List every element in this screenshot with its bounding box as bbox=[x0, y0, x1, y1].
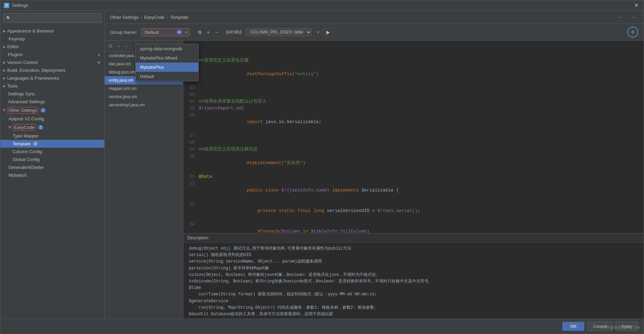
dropdown-item-spring[interactable]: spring-data-mongodb bbox=[136, 44, 198, 53]
breadcrumb-nav: ← → bbox=[616, 13, 638, 21]
desc-line: serial() 随机获取序列化的UID bbox=[189, 252, 638, 258]
sidebar-item-tools[interactable]: ▶ Tools bbox=[0, 82, 104, 90]
debug-label: 实时调试 bbox=[226, 29, 242, 35]
arrow-icon: ▶ bbox=[3, 45, 6, 49]
code-line: 14 ##使用全局变量实现默认认包导入 bbox=[183, 98, 644, 105]
description-header: Description: bbox=[183, 233, 644, 243]
other-settings-label: Other Settings bbox=[7, 107, 38, 113]
code-line: 17 bbox=[183, 132, 644, 139]
breadcrumb: Other Settings › EasyCode › Template bbox=[110, 15, 188, 20]
copy-template-button[interactable]: ⧉ bbox=[196, 28, 203, 36]
desc-line: $dasUtil Database提供的工具类，具体可方法请查看源码，适用于高端… bbox=[189, 311, 638, 318]
sidebar-item-languages[interactable]: ▶ Languages & Frameworks bbox=[0, 74, 104, 82]
file-item-service[interactable]: service.java.vm bbox=[105, 93, 183, 101]
ok-button[interactable]: OK bbox=[562, 322, 584, 331]
dropdown-item-default[interactable]: Default bbox=[136, 72, 198, 81]
sidebar-item-build[interactable]: ▶ Build, Execution, Deployment bbox=[0, 66, 104, 74]
desc-line: currTime(String format) 获取当前时间，指定时间格式（默认… bbox=[189, 291, 638, 298]
sidebar-item-mybatisx[interactable]: MybatisX bbox=[0, 171, 104, 179]
debug-select[interactable]: COLUMN_PRI...EGES: table bbox=[246, 28, 312, 36]
dropdown-item-mybatisplus[interactable]: MybatisPlus bbox=[136, 63, 198, 72]
code-line: 16 import java.io.Serializable; bbox=[183, 112, 644, 132]
sidebar-item-plugins[interactable]: Plugins ● bbox=[0, 51, 104, 58]
arrow-icon: ▶ bbox=[3, 61, 6, 64]
arrow-icon: ▶ bbox=[3, 84, 6, 88]
code-line bbox=[183, 50, 644, 57]
sidebar-item-keymap[interactable]: Keymap bbox=[0, 35, 104, 43]
desc-line: toUnicode(String, Boolean) 将String转换为uni… bbox=[189, 278, 638, 285]
debug-dropdown-icon: ▼ bbox=[316, 30, 320, 34]
desc-line: parseJson(String) 将字符串转Map对象 bbox=[189, 265, 638, 272]
code-line: 24 #foreach($column in $tableInfo.fullCo… bbox=[183, 221, 644, 233]
sidebar-item-global-config[interactable]: Global Config bbox=[0, 156, 104, 163]
code-line: 21 @Data bbox=[183, 173, 644, 180]
code-line: 11 #setPackageSuffix("entity") bbox=[183, 64, 644, 84]
toolbar-icons: ⧉ + − bbox=[196, 28, 220, 36]
arrow-icon: ▶ bbox=[3, 76, 6, 80]
code-line: 19 ##使用宏定义实现类注释信息 bbox=[183, 146, 644, 153]
code-line: 15 $!{autoImport.vm} bbox=[183, 105, 644, 112]
titlebar: ⚙ Settings ✕ bbox=[0, 0, 644, 11]
sidebar-tree: ▶ Appearance & Behavior Keymap ▶ Editor … bbox=[0, 26, 104, 319]
group-select[interactable]: Default bbox=[142, 28, 189, 36]
sidebar-item-easycode[interactable]: ▶ EasyCode 2 bbox=[0, 123, 104, 132]
plugins-badge: ● bbox=[98, 52, 100, 57]
sidebar-item-other[interactable]: ▶ Other Settings 1 bbox=[0, 106, 104, 115]
group-select-wrapper: Default 4 ▼ bbox=[142, 28, 189, 36]
sidebar-item-appearance[interactable]: ▶ Appearance & Behavior bbox=[0, 27, 104, 35]
sidebar-item-advanced[interactable]: Advanced Settings bbox=[0, 98, 104, 106]
editor-area: ⧉ + − controller.java.vm dao.java.vm deb… bbox=[105, 41, 644, 319]
sidebar-item-generate-all[interactable]: GenerateAllSetter bbox=[0, 163, 104, 171]
desc-line: $generateService bbox=[189, 298, 638, 305]
desc-line: run(String, Map<String,Object>) 代码生成服务，参… bbox=[189, 305, 638, 311]
code-line: 10 ##使用宏定义设置包后缀 bbox=[183, 57, 644, 64]
description-content: debug(Object obj) 调试方法,用于查询对象结构.可查看对象所有属… bbox=[183, 243, 644, 319]
close-button[interactable]: ✕ bbox=[632, 2, 640, 9]
search-input[interactable] bbox=[13, 16, 98, 21]
main-content: 🔍 ▶ Appearance & Behavior Keymap ▶ Edito… bbox=[0, 11, 644, 319]
desc-line: toJson(Object, Boolean) 将对象转json对象，Boole… bbox=[189, 272, 638, 278]
sidebar-item-version-control[interactable]: ▶ Version Control ≡ bbox=[0, 58, 104, 66]
code-line: 13 bbox=[183, 91, 644, 98]
window-title: Settings bbox=[12, 3, 28, 8]
file-item-serviceimpl[interactable]: serviceImpl.java.vm bbox=[105, 101, 183, 109]
search-box[interactable]: 🔍 bbox=[3, 13, 102, 23]
sidebar-item-editor[interactable]: ▶ Editor bbox=[0, 43, 104, 51]
breadcrumb-bar: Other Settings › EasyCode › Template ← → bbox=[105, 11, 644, 24]
add-template-button[interactable]: + bbox=[205, 28, 211, 36]
file-copy-button[interactable]: ⧉ bbox=[107, 42, 114, 50]
breadcrumb-part-1: EasyCode bbox=[144, 15, 165, 20]
dropdown-item-mybatisplus-mixed[interactable]: MybatisPlus-Mixed bbox=[136, 53, 198, 63]
desc-line: $time bbox=[189, 285, 638, 291]
right-icon-area: ✈ bbox=[627, 27, 638, 38]
code-line: 18 bbox=[183, 139, 644, 146]
circle-icon: ✈ bbox=[627, 27, 638, 38]
arrow-icon: ▶ bbox=[3, 29, 6, 33]
group-name-label: Group Name: bbox=[110, 30, 137, 35]
app-icon: ⚙ bbox=[4, 3, 9, 8]
sidebar: 🔍 ▶ Appearance & Behavior Keymap ▶ Edito… bbox=[0, 11, 105, 319]
sidebar-item-template[interactable]: Template 3 bbox=[0, 140, 104, 148]
file-item-mapper[interactable]: mapper.xml.vm bbox=[105, 84, 183, 93]
bottom-bar: OK Cancel Apply bbox=[0, 319, 644, 334]
sidebar-item-column-config[interactable]: Column Config bbox=[0, 148, 104, 156]
sidebar-item-type-mapper[interactable]: Type Mapper bbox=[0, 132, 104, 140]
run-button[interactable]: ▶ bbox=[323, 28, 333, 36]
other-badge: 1 bbox=[40, 108, 46, 112]
file-add-button[interactable]: + bbox=[116, 43, 121, 50]
easycode-badge: 2 bbox=[38, 125, 43, 130]
code-content[interactable]: 10 ##使用宏定义设置包后缀 11 #setPackageSuffix("en… bbox=[183, 41, 644, 233]
code-line: 22 public class $!{tableInfo.name} imple… bbox=[183, 180, 644, 201]
remove-template-button[interactable]: − bbox=[213, 28, 220, 36]
code-line: 20 #tableComment("实体类") bbox=[183, 153, 644, 173]
file-remove-button[interactable]: − bbox=[123, 43, 129, 50]
sidebar-item-apipost[interactable]: Apipost V2 Config bbox=[0, 115, 104, 123]
easycode-label: EasyCode bbox=[13, 124, 36, 131]
arrow-icon: ▶ bbox=[3, 109, 6, 112]
sidebar-item-settings-sync[interactable]: Settings Sync bbox=[0, 90, 104, 98]
code-line: 23 private static final long serialVersi… bbox=[183, 201, 644, 221]
forward-button[interactable]: → bbox=[629, 13, 638, 21]
template-badge: 3 bbox=[33, 142, 38, 146]
back-button[interactable]: ← bbox=[616, 13, 626, 21]
group-badge: 4 bbox=[176, 30, 182, 35]
